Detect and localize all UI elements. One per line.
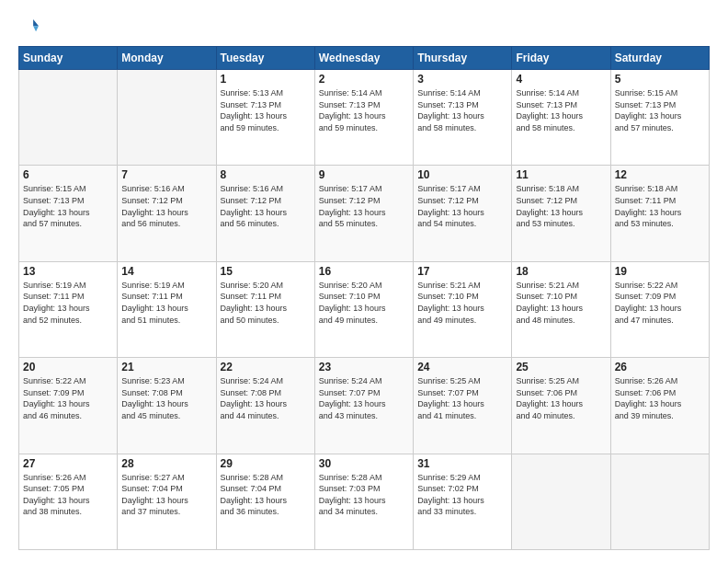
- day-info: Sunrise: 5:18 AM Sunset: 7:12 PM Dayligh…: [516, 183, 606, 229]
- calendar-week-row: 20Sunrise: 5:22 AM Sunset: 7:09 PM Dayli…: [19, 358, 710, 454]
- day-number: 20: [23, 361, 113, 373]
- calendar-cell: 21Sunrise: 5:23 AM Sunset: 7:08 PM Dayli…: [118, 358, 216, 454]
- calendar-week-row: 6Sunrise: 5:15 AM Sunset: 7:13 PM Daylig…: [19, 166, 710, 261]
- day-number: 18: [516, 265, 606, 278]
- day-number: 9: [319, 168, 409, 181]
- calendar-cell: 2Sunrise: 5:14 AM Sunset: 7:13 PM Daylig…: [314, 70, 413, 166]
- calendar-cell: 1Sunrise: 5:13 AM Sunset: 7:13 PM Daylig…: [216, 70, 314, 166]
- day-info: Sunrise: 5:19 AM Sunset: 7:11 PM Dayligh…: [23, 280, 113, 326]
- day-info: Sunrise: 5:19 AM Sunset: 7:11 PM Dayligh…: [121, 280, 211, 326]
- day-info: Sunrise: 5:28 AM Sunset: 7:04 PM Dayligh…: [221, 472, 311, 518]
- svg-marker-0: [33, 19, 39, 26]
- calendar-cell: 29Sunrise: 5:28 AM Sunset: 7:04 PM Dayli…: [216, 454, 314, 549]
- day-info: Sunrise: 5:22 AM Sunset: 7:09 PM Dayligh…: [23, 375, 113, 421]
- day-info: Sunrise: 5:17 AM Sunset: 7:12 PM Dayligh…: [319, 183, 409, 229]
- day-info: Sunrise: 5:24 AM Sunset: 7:07 PM Dayligh…: [319, 375, 409, 421]
- calendar-cell: 30Sunrise: 5:28 AM Sunset: 7:03 PM Dayli…: [314, 454, 413, 549]
- calendar-weekday-wednesday: Wednesday: [314, 47, 413, 70]
- calendar-week-row: 27Sunrise: 5:26 AM Sunset: 7:05 PM Dayli…: [19, 454, 710, 549]
- day-info: Sunrise: 5:17 AM Sunset: 7:12 PM Dayligh…: [417, 183, 507, 229]
- day-number: 8: [221, 168, 311, 181]
- calendar-table: SundayMondayTuesdayWednesdayThursdayFrid…: [18, 46, 710, 550]
- calendar-cell: 8Sunrise: 5:16 AM Sunset: 7:12 PM Daylig…: [216, 166, 314, 261]
- calendar-cell: 26Sunrise: 5:26 AM Sunset: 7:06 PM Dayli…: [610, 358, 709, 454]
- calendar-cell: 15Sunrise: 5:20 AM Sunset: 7:11 PM Dayli…: [216, 261, 314, 357]
- day-info: Sunrise: 5:26 AM Sunset: 7:05 PM Dayligh…: [23, 472, 113, 518]
- calendar-cell: 11Sunrise: 5:18 AM Sunset: 7:12 PM Dayli…: [512, 166, 610, 261]
- calendar-cell: 14Sunrise: 5:19 AM Sunset: 7:11 PM Dayli…: [118, 261, 216, 357]
- day-number: 11: [516, 168, 606, 181]
- day-info: Sunrise: 5:25 AM Sunset: 7:06 PM Dayligh…: [516, 375, 606, 421]
- day-info: Sunrise: 5:28 AM Sunset: 7:03 PM Dayligh…: [319, 472, 409, 518]
- page: SundayMondayTuesdayWednesdayThursdayFrid…: [0, 0, 728, 563]
- day-info: Sunrise: 5:21 AM Sunset: 7:10 PM Dayligh…: [417, 280, 507, 326]
- calendar-weekday-sunday: Sunday: [19, 47, 118, 70]
- day-number: 13: [23, 265, 113, 278]
- day-info: Sunrise: 5:18 AM Sunset: 7:11 PM Dayligh…: [615, 183, 705, 229]
- day-info: Sunrise: 5:15 AM Sunset: 7:13 PM Dayligh…: [23, 183, 113, 229]
- calendar-cell: [610, 454, 709, 549]
- calendar-cell: 31Sunrise: 5:29 AM Sunset: 7:02 PM Dayli…: [414, 454, 512, 549]
- calendar-cell: 28Sunrise: 5:27 AM Sunset: 7:04 PM Dayli…: [118, 454, 216, 549]
- day-info: Sunrise: 5:26 AM Sunset: 7:06 PM Dayligh…: [615, 375, 705, 421]
- day-info: Sunrise: 5:20 AM Sunset: 7:10 PM Dayligh…: [319, 280, 409, 326]
- svg-marker-1: [33, 26, 39, 31]
- calendar-cell: 22Sunrise: 5:24 AM Sunset: 7:08 PM Dayli…: [216, 358, 314, 454]
- calendar-cell: 23Sunrise: 5:24 AM Sunset: 7:07 PM Dayli…: [314, 358, 413, 454]
- calendar-cell: 10Sunrise: 5:17 AM Sunset: 7:12 PM Dayli…: [414, 166, 512, 261]
- calendar-cell: 25Sunrise: 5:25 AM Sunset: 7:06 PM Dayli…: [512, 358, 610, 454]
- day-number: 3: [417, 73, 507, 86]
- day-number: 30: [319, 457, 409, 470]
- calendar-cell: 3Sunrise: 5:14 AM Sunset: 7:13 PM Daylig…: [414, 70, 512, 166]
- logo-icon: [18, 17, 39, 37]
- calendar-cell: 20Sunrise: 5:22 AM Sunset: 7:09 PM Dayli…: [19, 358, 118, 454]
- calendar-cell: 19Sunrise: 5:22 AM Sunset: 7:09 PM Dayli…: [610, 261, 709, 357]
- calendar-weekday-saturday: Saturday: [610, 47, 709, 70]
- day-number: 14: [121, 265, 211, 278]
- day-number: 21: [121, 361, 211, 373]
- calendar-weekday-tuesday: Tuesday: [216, 47, 314, 70]
- calendar-header-row: SundayMondayTuesdayWednesdayThursdayFrid…: [19, 47, 710, 70]
- day-number: 1: [221, 73, 311, 86]
- day-number: 16: [319, 265, 409, 278]
- day-info: Sunrise: 5:27 AM Sunset: 7:04 PM Dayligh…: [121, 472, 211, 518]
- day-number: 29: [221, 457, 311, 470]
- day-number: 24: [417, 361, 507, 373]
- calendar-week-row: 13Sunrise: 5:19 AM Sunset: 7:11 PM Dayli…: [19, 261, 710, 357]
- day-number: 7: [121, 168, 211, 181]
- day-number: 12: [615, 168, 705, 181]
- day-number: 17: [417, 265, 507, 278]
- calendar-cell: 24Sunrise: 5:25 AM Sunset: 7:07 PM Dayli…: [414, 358, 512, 454]
- day-info: Sunrise: 5:25 AM Sunset: 7:07 PM Dayligh…: [417, 375, 507, 421]
- day-number: 6: [23, 168, 113, 181]
- calendar-cell: 27Sunrise: 5:26 AM Sunset: 7:05 PM Dayli…: [19, 454, 118, 549]
- day-number: 22: [221, 361, 311, 373]
- header: [18, 17, 710, 37]
- calendar-weekday-monday: Monday: [118, 47, 216, 70]
- calendar-cell: 12Sunrise: 5:18 AM Sunset: 7:11 PM Dayli…: [610, 166, 709, 261]
- day-number: 2: [319, 73, 409, 86]
- day-info: Sunrise: 5:14 AM Sunset: 7:13 PM Dayligh…: [319, 87, 409, 133]
- calendar-week-row: 1Sunrise: 5:13 AM Sunset: 7:13 PM Daylig…: [19, 70, 710, 166]
- day-info: Sunrise: 5:29 AM Sunset: 7:02 PM Dayligh…: [417, 472, 507, 518]
- calendar-cell: 16Sunrise: 5:20 AM Sunset: 7:10 PM Dayli…: [314, 261, 413, 357]
- day-number: 31: [417, 457, 507, 470]
- day-number: 27: [23, 457, 113, 470]
- calendar-cell: [19, 70, 118, 166]
- day-number: 28: [121, 457, 211, 470]
- day-info: Sunrise: 5:14 AM Sunset: 7:13 PM Dayligh…: [516, 87, 606, 133]
- calendar-cell: 6Sunrise: 5:15 AM Sunset: 7:13 PM Daylig…: [19, 166, 118, 261]
- calendar-weekday-thursday: Thursday: [414, 47, 512, 70]
- day-info: Sunrise: 5:24 AM Sunset: 7:08 PM Dayligh…: [221, 375, 311, 421]
- day-info: Sunrise: 5:16 AM Sunset: 7:12 PM Dayligh…: [221, 183, 311, 229]
- calendar-weekday-friday: Friday: [512, 47, 610, 70]
- day-number: 23: [319, 361, 409, 373]
- day-number: 26: [615, 361, 705, 373]
- day-number: 19: [615, 265, 705, 278]
- calendar-cell: 5Sunrise: 5:15 AM Sunset: 7:13 PM Daylig…: [610, 70, 709, 166]
- day-info: Sunrise: 5:14 AM Sunset: 7:13 PM Dayligh…: [417, 87, 507, 133]
- day-number: 10: [417, 168, 507, 181]
- day-info: Sunrise: 5:21 AM Sunset: 7:10 PM Dayligh…: [516, 280, 606, 326]
- logo: [18, 17, 42, 37]
- day-number: 15: [221, 265, 311, 278]
